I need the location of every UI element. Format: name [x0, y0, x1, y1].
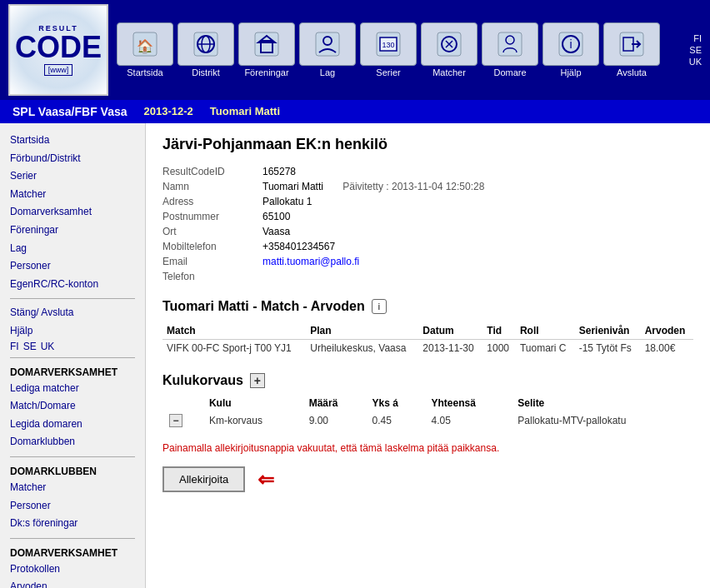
sign-button[interactable]: Allekirjoita — [162, 466, 245, 492]
sidebar-item-domarverksamhet[interactable]: Domarverksamhet — [10, 203, 135, 222]
hjalp-label: Hjälp — [560, 67, 581, 77]
expense-col-selite: Selite — [511, 395, 693, 411]
sidebar-divider-4 — [10, 538, 135, 539]
nav-domare[interactable]: Domare — [482, 22, 538, 77]
page-title: Järvi-Pohjanmaan EK:n henkilö — [162, 136, 693, 153]
language-links: FI SE UK — [689, 33, 702, 67]
person-ort-value: Vaasa — [262, 226, 693, 237]
svg-point-17 — [506, 36, 514, 44]
person-telefon-value — [262, 271, 693, 282]
person-namn-value: Tuomari Matti Päivitetty : 2013-11-04 12… — [262, 181, 693, 192]
nav-avsluta[interactable]: Avsluta — [603, 22, 660, 77]
top-header: RESULT CODE [www] 🏠 Startsida Distrikt — [0, 0, 710, 100]
sidebar-lang-uk[interactable]: UK — [41, 341, 55, 352]
svg-text:🏠: 🏠 — [137, 38, 153, 54]
logo-box[interactable]: RESULT CODE [www] — [8, 4, 108, 96]
sidebar-item-startsida[interactable]: Startsida — [10, 132, 135, 150]
person-namn-text: Tuomari Matti — [262, 181, 323, 192]
lang-se[interactable]: SE — [689, 45, 702, 55]
sidebar-item-protokollen[interactable]: Protokollen — [10, 561, 135, 579]
nav-matcher[interactable]: Matcher — [421, 22, 478, 77]
sidebar-item-lag[interactable]: Lag — [10, 240, 135, 258]
match-cell-tid: 1000 — [482, 340, 516, 357]
sidebar-lang-se[interactable]: SE — [23, 341, 37, 352]
person-updated-label: Päivitetty : — [342, 181, 388, 192]
sidebar-item-domarklubben[interactable]: Domarklubben — [10, 433, 135, 451]
person-row-postnummer: Postnummer 65100 — [162, 211, 693, 222]
sidebar-item-foreningar[interactable]: Föreningar — [10, 222, 135, 240]
person-email-label: Email — [162, 256, 262, 267]
sidebar-item-lediga[interactable]: Lediga matcher — [10, 380, 135, 398]
startsida-icon: 🏠 — [117, 22, 173, 66]
match-info-icon[interactable]: i — [372, 299, 387, 314]
title-date: 2013-12-2 — [144, 105, 193, 118]
sidebar-item-stang[interactable]: Stäng/ Avsluta — [10, 304, 135, 322]
nav-foreningar[interactable]: Föreningar — [238, 22, 295, 77]
person-id-value: 165278 — [262, 166, 693, 177]
sidebar-item-matchdomare[interactable]: Match/Domare — [10, 397, 135, 416]
nav-startsida[interactable]: 🏠 Startsida — [117, 22, 173, 77]
expense-col-yksa: Yks á — [366, 395, 425, 411]
match-table-header-row: Match Plan Datum Tid Roll Serienivån Arv… — [162, 322, 693, 340]
nav-icons-container: 🏠 Startsida Distrikt Föreningar — [117, 22, 677, 77]
sidebar-section-domarklubben: DOMARKLUBBEN — [10, 466, 135, 477]
expense-col-yhteensa: Yhteensä — [424, 395, 511, 411]
svg-text:i: i — [569, 37, 572, 51]
lag-icon — [299, 22, 356, 66]
expense-cell-maara: 9.00 — [302, 411, 366, 430]
sidebar-item-dk-personer[interactable]: Personer — [10, 497, 135, 516]
nav-lag[interactable]: Lag — [299, 22, 356, 77]
sidebar-lang-row: FI SE UK — [10, 341, 135, 352]
match-cell-roll: Tuomari C — [516, 340, 575, 357]
nav-hjalp[interactable]: i Hjälp — [542, 22, 599, 77]
match-col-plan: Plan — [306, 322, 418, 340]
sidebar-item-hjalp[interactable]: Hjälp — [10, 322, 135, 341]
title-org: SPL Vaasa/FBF Vasa — [12, 105, 128, 118]
sidebar-divider-3 — [10, 456, 135, 457]
sign-area: Allekirjoita ⇐ — [162, 466, 693, 492]
person-updated: Päivitetty : 2013-11-04 12:50:28 — [342, 181, 484, 192]
lang-uk[interactable]: UK — [689, 57, 702, 67]
sidebar-divider-1 — [10, 298, 135, 299]
domare-label: Domare — [493, 67, 526, 77]
nav-serier[interactable]: 130 Serier — [360, 22, 417, 77]
sidebar-item-dk-matcher[interactable]: Matcher — [10, 479, 135, 497]
serier-icon: 130 — [360, 22, 417, 66]
distrikt-icon — [178, 22, 234, 66]
person-id-label: ResultCodeID — [162, 166, 262, 177]
sidebar-item-matcher[interactable]: Matcher — [10, 186, 135, 204]
match-col-roll: Roll — [516, 322, 575, 340]
expense-col-maara: Määrä — [302, 395, 366, 411]
person-postnummer-value: 65100 — [262, 211, 693, 222]
match-cell-arvoden: 18.00€ — [641, 340, 693, 357]
expense-cell-selite: Pallokatu-MTV-pallokatu — [511, 411, 693, 430]
sidebar-item-forbund[interactable]: Förbund/Distrikt — [10, 150, 135, 168]
matcher-icon — [421, 22, 478, 66]
hjalp-icon: i — [542, 22, 599, 66]
main-layout: Startsida Förbund/Distrikt Serier Matche… — [0, 123, 710, 588]
person-postnummer-label: Postnummer — [162, 211, 262, 222]
sidebar-item-egenrc[interactable]: EgenRC/RC-konton — [10, 276, 135, 294]
distrikt-label: Distrikt — [192, 67, 220, 77]
sidebar-item-arvoden[interactable]: Arvoden — [10, 578, 135, 588]
person-row-id: ResultCodeID 165278 — [162, 166, 693, 177]
person-row-adress: Adress Pallokatu 1 — [162, 196, 693, 207]
sidebar-item-dk-foreningar[interactable]: Dk:s föreningar — [10, 515, 135, 533]
title-bar: SPL Vaasa/FBF Vasa 2013-12-2 Tuomari Mat… — [0, 100, 710, 123]
lang-fi[interactable]: FI — [693, 33, 702, 43]
person-adress-value: Pallokatu 1 — [262, 196, 693, 207]
expense-remove-button[interactable]: − — [169, 414, 182, 427]
nav-distrikt[interactable]: Distrikt — [178, 22, 234, 77]
match-section-title-text: Tuomari Matti - Match - Arvoden — [162, 299, 365, 314]
sidebar-item-personer[interactable]: Personer — [10, 257, 135, 276]
match-cell-datum: 2013-11-30 — [418, 340, 482, 357]
startsida-label: Startsida — [127, 67, 162, 77]
expense-add-icon[interactable]: + — [250, 373, 265, 388]
sidebar-lang-fi[interactable]: FI — [10, 341, 19, 352]
expense-section: Kulukorvaus + Kulu Määrä Yks á Yhteensä … — [162, 373, 693, 430]
sidebar-item-serier[interactable]: Serier — [10, 167, 135, 186]
person-email-link[interactable]: matti.tuomari@pallo.fi — [262, 256, 359, 267]
sidebar-item-legida[interactable]: Legida domaren — [10, 416, 135, 434]
expense-table-row: − Km-korvaus 9.00 0.45 4.05 Pallokatu-MT… — [162, 411, 693, 430]
person-row-ort: Ort Vaasa — [162, 226, 693, 237]
